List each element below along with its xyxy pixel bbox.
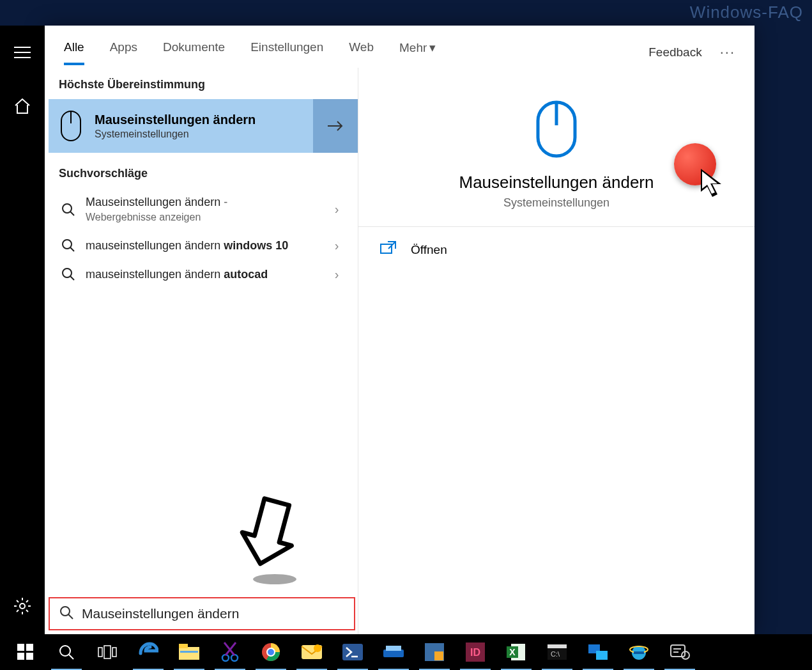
svg-rect-41 xyxy=(179,644,188,648)
search-icon xyxy=(56,203,80,217)
tab-docs[interactable]: Dokumente xyxy=(163,40,225,64)
svg-rect-38 xyxy=(104,646,111,658)
svg-rect-29 xyxy=(381,244,392,253)
arrow-right-icon[interactable] xyxy=(313,99,358,153)
edge-icon[interactable] xyxy=(128,634,169,670)
ie-icon[interactable] xyxy=(618,634,659,670)
svg-marker-21 xyxy=(236,495,302,570)
svg-rect-42 xyxy=(180,651,198,653)
svg-rect-52 xyxy=(342,644,363,660)
open-icon xyxy=(380,241,402,258)
svg-point-17 xyxy=(63,240,72,249)
cmd-icon[interactable]: C:\ xyxy=(537,634,578,670)
feedbackhub-icon[interactable] xyxy=(659,634,700,670)
preview-column: Mauseinstellungen ändern Systemeinstellu… xyxy=(358,68,755,634)
rdp-icon[interactable] xyxy=(578,634,618,670)
visualstudio-icon[interactable] xyxy=(414,634,455,670)
chrome-icon[interactable] xyxy=(250,634,291,670)
svg-rect-64 xyxy=(548,644,567,648)
tab-settings[interactable]: Einstellungen xyxy=(250,40,323,64)
svg-point-3 xyxy=(20,604,25,609)
svg-point-15 xyxy=(63,204,72,213)
svg-rect-39 xyxy=(112,648,116,657)
chevron-down-icon: ▾ xyxy=(429,40,436,55)
gear-icon[interactable] xyxy=(7,591,38,621)
feedback-link[interactable]: Feedback xyxy=(648,45,701,59)
svg-rect-34 xyxy=(26,653,33,660)
powershell-icon[interactable] xyxy=(332,634,373,670)
svg-text:C:\: C:\ xyxy=(551,650,560,658)
watermark-text: Windows-FAQ xyxy=(690,3,803,22)
svg-rect-67 xyxy=(596,651,608,660)
search-input[interactable] xyxy=(82,606,345,621)
start-rail xyxy=(0,26,45,634)
svg-line-9 xyxy=(26,610,28,612)
more-icon[interactable]: ··· xyxy=(720,44,735,61)
cursor-icon xyxy=(698,168,726,203)
svg-rect-32 xyxy=(26,644,33,651)
search-icon xyxy=(56,267,80,281)
search-tabs: Alle Apps Dokumente Einstellungen Web Me… xyxy=(45,26,755,68)
tab-apps[interactable]: Apps xyxy=(110,40,137,64)
svg-point-35 xyxy=(60,646,70,656)
search-icon xyxy=(59,605,74,623)
mouse-icon xyxy=(57,108,84,144)
best-match-item[interactable]: Mauseinstellungen ändern Systemeinstellu… xyxy=(49,99,358,153)
mail-icon[interactable] xyxy=(291,634,332,670)
explorer-icon[interactable] xyxy=(169,634,210,670)
hamburger-icon[interactable] xyxy=(7,37,38,68)
taskbar: ID X C:\ xyxy=(0,634,812,670)
svg-point-22 xyxy=(253,574,296,584)
indesign-icon[interactable]: ID xyxy=(455,634,496,670)
svg-rect-57 xyxy=(434,651,443,660)
svg-line-20 xyxy=(70,276,74,280)
suggestion-item[interactable]: mauseinstellungen ändern autocad › xyxy=(45,260,358,289)
home-icon[interactable] xyxy=(7,91,38,121)
svg-point-23 xyxy=(61,607,70,616)
best-match-sub: Systemeinstellungen xyxy=(95,129,256,140)
svg-rect-70 xyxy=(634,651,644,654)
best-match-header: Höchste Übereinstimmung xyxy=(45,68,358,99)
svg-text:ID: ID xyxy=(470,647,480,658)
taskview-icon[interactable] xyxy=(87,634,128,670)
search-panel: Alle Apps Dokumente Einstellungen Web Me… xyxy=(45,26,755,634)
tab-more[interactable]: Mehr▾ xyxy=(399,40,436,65)
svg-rect-71 xyxy=(671,645,685,657)
svg-rect-37 xyxy=(98,648,102,657)
svg-rect-40 xyxy=(179,647,199,660)
svg-rect-31 xyxy=(17,644,24,651)
chevron-right-icon: › xyxy=(327,267,346,282)
svg-line-45 xyxy=(224,643,234,655)
mouse-icon xyxy=(534,98,579,162)
taskbar-search-icon[interactable] xyxy=(46,634,87,670)
excel-icon[interactable]: X xyxy=(496,634,537,670)
svg-line-18 xyxy=(70,247,74,251)
svg-line-10 xyxy=(17,610,19,612)
svg-line-24 xyxy=(68,614,73,619)
open-label: Öffnen xyxy=(411,243,447,257)
preview-sub: Systemeinstellungen xyxy=(503,196,609,210)
preview-title: Mauseinstellungen ändern xyxy=(459,173,654,192)
search-box[interactable] xyxy=(49,597,355,630)
snipping-tool-icon[interactable] xyxy=(210,634,250,670)
open-action[interactable]: Öffnen xyxy=(380,241,733,258)
tab-all[interactable]: Alle xyxy=(64,40,84,64)
svg-line-36 xyxy=(69,655,73,659)
scanner-icon[interactable] xyxy=(373,634,414,670)
svg-point-43 xyxy=(222,655,229,661)
svg-line-46 xyxy=(226,643,236,655)
svg-line-16 xyxy=(70,212,74,215)
svg-line-11 xyxy=(26,600,28,602)
tab-web[interactable]: Web xyxy=(349,40,374,64)
suggestion-item[interactable]: Mauseinstellungen ändern - Webergebnisse… xyxy=(45,188,358,231)
svg-point-49 xyxy=(268,649,274,655)
svg-rect-33 xyxy=(17,653,24,660)
start-button[interactable] xyxy=(5,634,46,670)
results-column: Höchste Übereinstimmung Mauseinstellunge… xyxy=(45,68,358,634)
search-icon xyxy=(56,238,80,253)
svg-rect-55 xyxy=(386,646,401,651)
svg-point-51 xyxy=(314,644,321,652)
svg-point-44 xyxy=(231,655,238,661)
svg-point-19 xyxy=(63,269,72,277)
suggestion-item[interactable]: mauseinstellungen ändern windows 10 › xyxy=(45,231,358,260)
